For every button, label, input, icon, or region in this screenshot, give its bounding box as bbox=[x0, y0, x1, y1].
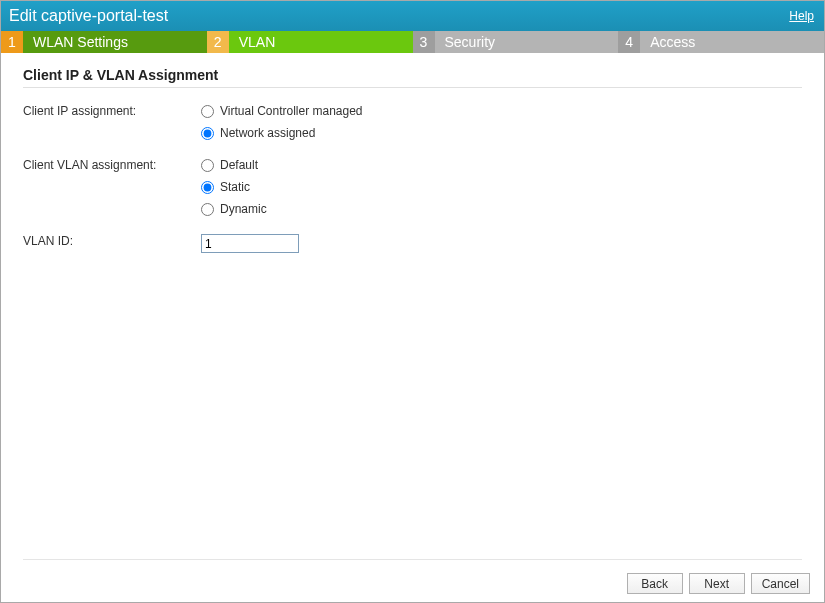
step-label: Security bbox=[435, 31, 619, 53]
radio-ip-virtual[interactable]: Virtual Controller managed bbox=[201, 104, 363, 118]
radio-label: Virtual Controller managed bbox=[220, 104, 363, 118]
step-wlan-settings[interactable]: 1 WLAN Settings bbox=[1, 31, 207, 53]
radio-label: Default bbox=[220, 158, 258, 172]
radio-input-ip-virtual[interactable] bbox=[201, 105, 214, 118]
step-security[interactable]: 3 Security bbox=[413, 31, 619, 53]
label-vlan-id: VLAN ID: bbox=[23, 234, 201, 248]
label-vlan-assignment: Client VLAN assignment: bbox=[23, 158, 201, 172]
vlan-assignment-options: Default Static Dynamic bbox=[201, 158, 267, 216]
vlan-id-control bbox=[201, 234, 299, 253]
help-link[interactable]: Help bbox=[789, 9, 814, 23]
title-bar: Edit captive-portal-test Help bbox=[1, 1, 824, 31]
page-heading: Client IP & VLAN Assignment bbox=[23, 67, 802, 83]
dialog-window: Edit captive-portal-test Help 1 WLAN Set… bbox=[0, 0, 825, 603]
radio-ip-network[interactable]: Network assigned bbox=[201, 126, 363, 140]
step-number: 4 bbox=[618, 31, 640, 53]
next-button[interactable]: Next bbox=[689, 573, 745, 594]
step-access[interactable]: 4 Access bbox=[618, 31, 824, 53]
button-bar: Back Next Cancel bbox=[627, 573, 810, 594]
vlan-id-input[interactable] bbox=[201, 234, 299, 253]
radio-input-vlan-default[interactable] bbox=[201, 159, 214, 172]
radio-label: Network assigned bbox=[220, 126, 315, 140]
radio-input-vlan-dynamic[interactable] bbox=[201, 203, 214, 216]
ip-assignment-options: Virtual Controller managed Network assig… bbox=[201, 104, 363, 140]
wizard-steps: 1 WLAN Settings 2 VLAN 3 Security 4 Acce… bbox=[1, 31, 824, 53]
step-number: 3 bbox=[413, 31, 435, 53]
radio-label: Static bbox=[220, 180, 250, 194]
dialog-title: Edit captive-portal-test bbox=[9, 7, 168, 25]
radio-input-ip-network[interactable] bbox=[201, 127, 214, 140]
step-number: 1 bbox=[1, 31, 23, 53]
step-label: WLAN Settings bbox=[23, 31, 207, 53]
back-button[interactable]: Back bbox=[627, 573, 683, 594]
radio-vlan-static[interactable]: Static bbox=[201, 180, 267, 194]
row-ip-assignment: Client IP assignment: Virtual Controller… bbox=[23, 104, 802, 140]
radio-input-vlan-static[interactable] bbox=[201, 181, 214, 194]
content-area: Client IP & VLAN Assignment Client IP as… bbox=[1, 53, 824, 602]
radio-vlan-default[interactable]: Default bbox=[201, 158, 267, 172]
heading-divider bbox=[23, 87, 802, 88]
step-label: Access bbox=[640, 31, 824, 53]
step-number: 2 bbox=[207, 31, 229, 53]
row-vlan-assignment: Client VLAN assignment: Default Static D… bbox=[23, 158, 802, 216]
radio-vlan-dynamic[interactable]: Dynamic bbox=[201, 202, 267, 216]
footer-divider bbox=[23, 559, 802, 560]
step-label: VLAN bbox=[229, 31, 413, 53]
row-vlan-id: VLAN ID: bbox=[23, 234, 802, 253]
radio-label: Dynamic bbox=[220, 202, 267, 216]
cancel-button[interactable]: Cancel bbox=[751, 573, 810, 594]
step-vlan[interactable]: 2 VLAN bbox=[207, 31, 413, 53]
label-ip-assignment: Client IP assignment: bbox=[23, 104, 201, 118]
